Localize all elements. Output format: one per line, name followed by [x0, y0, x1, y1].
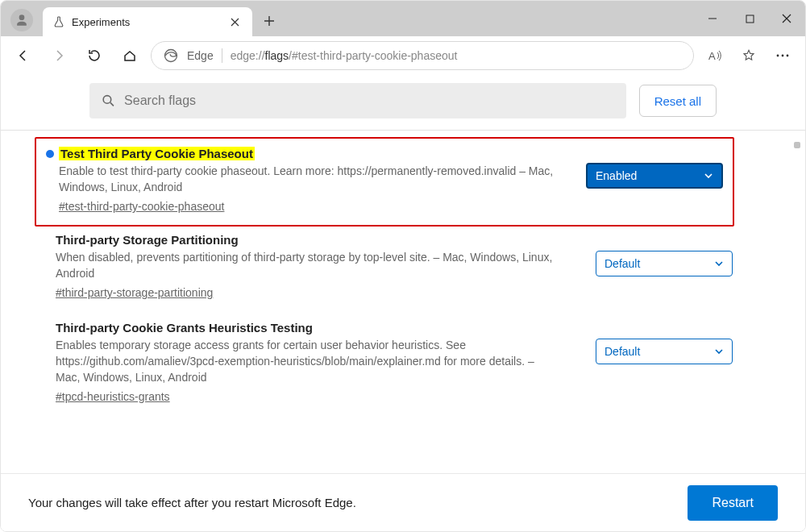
window-maximize-button[interactable]: [731, 1, 768, 36]
star-icon: [742, 48, 756, 63]
maximize-icon: [746, 15, 754, 23]
arrow-left-icon: [16, 48, 31, 63]
modified-dot-icon: [46, 150, 54, 158]
chevron-down-icon: [714, 347, 724, 356]
refresh-button[interactable]: [80, 41, 109, 70]
window-close-button[interactable]: [768, 1, 805, 36]
restart-button[interactable]: Restart: [688, 485, 778, 521]
restart-footer: Your changes will take effect after you …: [1, 473, 805, 531]
window-titlebar: Experiments: [1, 1, 805, 36]
read-aloud-icon: A: [707, 48, 723, 64]
chevron-down-icon: [704, 171, 713, 181]
flask-icon: [52, 15, 65, 28]
flag-description: When disabled, prevents partitioning of …: [56, 250, 555, 281]
svg-point-6: [103, 96, 111, 104]
address-bar-url: edge://flags/#test-third-party-cookie-ph…: [231, 49, 458, 62]
nav-forward-button: [44, 41, 73, 70]
flag-select[interactable]: Default: [596, 251, 733, 276]
restart-message: Your changes will take effect after you …: [28, 496, 356, 509]
flag-control: Default: [596, 321, 733, 364]
close-icon: [782, 14, 791, 23]
new-tab-button[interactable]: [256, 7, 283, 35]
svg-point-5: [787, 54, 789, 56]
flag-description: Enables temporary storage access grants …: [56, 338, 555, 385]
address-bar-site-label: Edge: [187, 49, 214, 62]
refresh-icon: [87, 48, 102, 63]
flag-anchor-link[interactable]: #third-party-storage-partitioning: [56, 286, 213, 299]
window-controls: [694, 1, 805, 36]
profile-avatar[interactable]: [10, 9, 33, 31]
flags-list: Test Third Party Cookie Phaseout Enable …: [1, 131, 805, 418]
flag-item: Third-party Storage Partitioning When di…: [56, 227, 733, 314]
svg-point-3: [777, 54, 779, 56]
flag-title: Third-party Storage Partitioning: [56, 233, 573, 247]
flag-description: Enable to test third-party cookie phaseo…: [59, 164, 559, 195]
browser-tab[interactable]: Experiments: [43, 7, 252, 36]
person-icon: [14, 12, 30, 28]
flag-select-value: Default: [604, 345, 640, 358]
svg-point-4: [782, 54, 784, 56]
plus-icon: [264, 15, 275, 27]
reset-all-button[interactable]: Reset all: [639, 85, 717, 117]
favorite-button[interactable]: [734, 41, 763, 70]
flag-anchor-link[interactable]: #tpcd-heuristics-grants: [56, 390, 170, 403]
flag-select[interactable]: Enabled: [586, 163, 723, 189]
page-content: Reset all Test Third Party Cookie Phaseo…: [1, 75, 805, 531]
more-icon: [775, 53, 790, 58]
svg-rect-0: [746, 15, 754, 23]
minimize-icon: [708, 14, 717, 23]
close-icon: [231, 18, 239, 27]
home-icon: [123, 48, 137, 63]
search-row: Reset all: [1, 75, 805, 131]
flag-anchor-link[interactable]: #test-third-party-cookie-phaseout: [59, 200, 224, 213]
flag-control: Default: [596, 233, 733, 276]
address-bar[interactable]: Edge edge://flags/#test-third-party-cook…: [151, 41, 694, 70]
flag-text: Test Third Party Cookie Phaseout Enable …: [59, 147, 563, 214]
chevron-down-icon: [714, 259, 724, 268]
search-input[interactable]: [124, 94, 615, 108]
separator: [222, 48, 222, 63]
nav-back-button[interactable]: [9, 41, 38, 70]
flag-title: Third-party Cookie Grants Heuristics Tes…: [56, 321, 573, 335]
scrollbar-thumb[interactable]: [794, 142, 800, 148]
tab-close-button[interactable]: [228, 15, 241, 28]
flag-select[interactable]: Default: [596, 339, 733, 364]
search-icon: [101, 93, 116, 109]
flag-text: Third-party Cookie Grants Heuristics Tes…: [56, 321, 573, 404]
browser-toolbar: Edge edge://flags/#test-third-party-cook…: [1, 36, 805, 75]
arrow-right-icon: [52, 48, 66, 63]
window-minimize-button[interactable]: [694, 1, 731, 36]
more-button[interactable]: [768, 41, 797, 70]
svg-text:A: A: [708, 50, 716, 62]
flag-text: Third-party Storage Partitioning When di…: [56, 233, 573, 300]
tab-title: Experiments: [72, 16, 222, 28]
home-button[interactable]: [115, 41, 144, 70]
flag-item: Test Third Party Cookie Phaseout Enable …: [35, 137, 734, 227]
flag-title: Test Third Party Cookie Phaseout: [59, 147, 255, 160]
search-box[interactable]: [89, 83, 626, 118]
flag-item: Third-party Cookie Grants Heuristics Tes…: [56, 314, 733, 418]
flag-select-value: Default: [604, 257, 640, 270]
flag-control: Enabled: [586, 147, 723, 189]
read-aloud-button[interactable]: A: [700, 41, 729, 70]
flag-select-value: Enabled: [596, 169, 637, 182]
toolbar-right: A: [700, 41, 797, 70]
edge-icon: [163, 48, 179, 64]
